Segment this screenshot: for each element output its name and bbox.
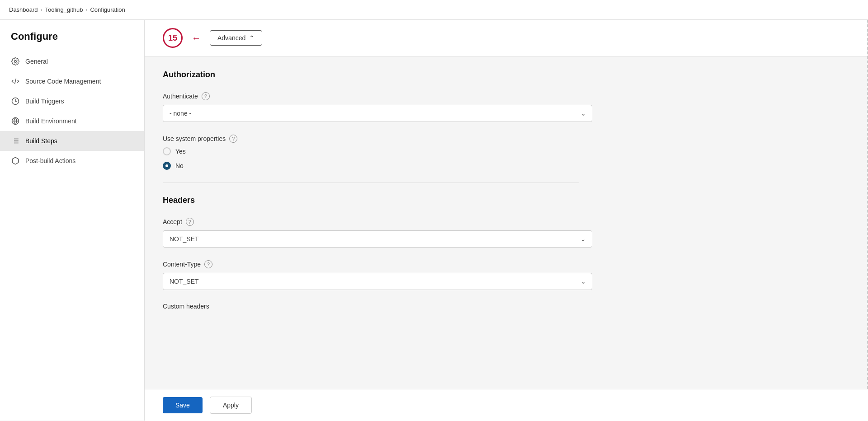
save-button[interactable]: Save: [163, 397, 203, 413]
form-content: Authorization Authenticate ? - none - ⌄: [145, 56, 597, 336]
content-type-select[interactable]: NOT_SET: [163, 273, 592, 290]
sidebar-item-general[interactable]: General: [0, 51, 144, 71]
radio-yes[interactable]: Yes: [163, 147, 579, 155]
radio-no-input[interactable]: [163, 162, 171, 170]
sidebar-item-triggers-label: Build Triggers: [25, 98, 64, 105]
code-icon: [11, 77, 20, 86]
svg-point-0: [14, 61, 17, 63]
accept-select[interactable]: NOT_SET: [163, 230, 592, 248]
sidebar-item-build-triggers[interactable]: Build Triggers: [0, 91, 144, 111]
sidebar-item-source-label: Source Code Management: [25, 78, 101, 85]
authorization-title: Authorization: [163, 70, 579, 83]
content-type-field-group: Content-Type ? NOT_SET ⌄: [163, 260, 579, 290]
radio-no[interactable]: No: [163, 162, 579, 170]
breadcrumb: Dashboard › Tooling_github › Configurati…: [0, 0, 868, 20]
step-badge: 15: [163, 28, 183, 48]
custom-headers-field-group: Custom headers: [163, 303, 579, 310]
sidebar-title: Configure: [0, 31, 144, 51]
sidebar-item-general-label: General: [25, 58, 48, 65]
breadcrumb-current: Configuration: [90, 6, 125, 13]
sidebar-item-environment-label: Build Environment: [25, 117, 77, 125]
advanced-bar: 15 ← Advanced ⌃: [145, 20, 867, 56]
apply-button[interactable]: Apply: [210, 397, 252, 414]
authenticate-field-group: Authenticate ? - none - ⌄: [163, 92, 579, 122]
sidebar: Configure General Source Code Management: [0, 20, 145, 421]
accept-field-group: Accept ? NOT_SET ⌄: [163, 218, 579, 248]
headers-section: Headers Accept ? NOT_SET ⌄: [163, 196, 579, 310]
authenticate-select-wrapper: - none - ⌄: [163, 105, 592, 122]
authenticate-select[interactable]: - none -: [163, 105, 592, 122]
globe-icon: [11, 117, 20, 126]
content-wrapper: 15 ← Advanced ⌃ Authorization Authentica…: [145, 20, 868, 421]
settings-icon: [11, 57, 20, 66]
authenticate-help-icon[interactable]: ?: [202, 92, 210, 100]
accept-help-icon[interactable]: ?: [186, 218, 194, 226]
content-type-select-wrapper: NOT_SET ⌄: [163, 273, 592, 290]
bottom-bar: Save Apply: [145, 389, 868, 421]
arrow-icon: ←: [192, 33, 201, 43]
accept-select-wrapper: NOT_SET ⌄: [163, 230, 592, 248]
advanced-button[interactable]: Advanced ⌃: [210, 30, 262, 46]
authenticate-label: Authenticate ?: [163, 92, 579, 100]
system-properties-radio-group: Yes No: [163, 147, 579, 170]
breadcrumb-sep-2: ›: [85, 7, 87, 13]
sidebar-item-build-steps[interactable]: Build Steps: [0, 131, 144, 151]
system-properties-field-group: Use system properties ? Yes: [163, 135, 579, 170]
breadcrumb-dashboard[interactable]: Dashboard: [9, 6, 38, 13]
authorization-section: Authorization Authenticate ? - none - ⌄: [163, 70, 579, 170]
radio-yes-input[interactable]: [163, 147, 171, 155]
sidebar-item-post-build[interactable]: Post-build Actions: [0, 151, 144, 171]
sidebar-item-source-code[interactable]: Source Code Management: [0, 71, 144, 91]
headers-title: Headers: [163, 196, 579, 209]
breadcrumb-tooling[interactable]: Tooling_github: [45, 6, 83, 13]
content-type-label: Content-Type ?: [163, 260, 579, 268]
breadcrumb-sep-1: ›: [41, 7, 42, 13]
content-type-help-icon[interactable]: ?: [204, 260, 212, 268]
radio-no-label: No: [175, 162, 184, 169]
sidebar-item-build-environment[interactable]: Build Environment: [0, 111, 144, 131]
box-icon: [11, 156, 20, 165]
sidebar-item-postbuild-label: Post-build Actions: [25, 157, 75, 164]
custom-headers-label: Custom headers: [163, 303, 579, 310]
section-divider-1: [163, 182, 579, 183]
sidebar-item-steps-label: Build Steps: [25, 137, 57, 145]
system-properties-label: Use system properties ?: [163, 135, 579, 143]
content-area: 15 ← Advanced ⌃ Authorization Authentica…: [145, 20, 868, 421]
chevron-up-icon: ⌃: [249, 34, 255, 42]
system-properties-help-icon[interactable]: ?: [229, 135, 237, 143]
clock-icon: [11, 97, 20, 106]
accept-label: Accept ?: [163, 218, 579, 226]
list-icon: [11, 136, 20, 145]
main-layout: Configure General Source Code Management: [0, 20, 868, 421]
radio-yes-label: Yes: [175, 148, 186, 155]
advanced-button-label: Advanced: [217, 34, 245, 42]
